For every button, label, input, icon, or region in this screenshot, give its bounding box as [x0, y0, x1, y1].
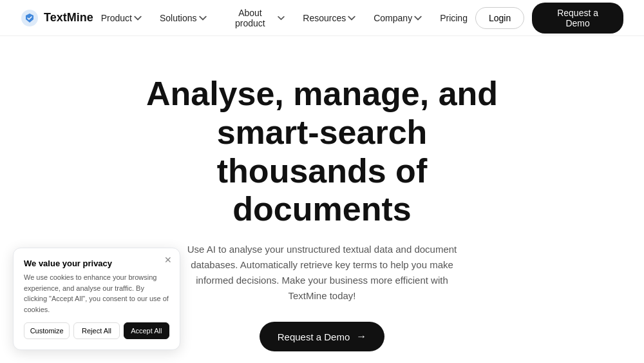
nav-solutions[interactable]: Solutions	[152, 9, 214, 27]
nav-about-product[interactable]: About product	[217, 4, 293, 32]
accept-all-button[interactable]: Accept All	[124, 322, 169, 339]
cookie-close-button[interactable]: ✕	[164, 255, 172, 265]
chevron-down-icon	[278, 14, 285, 22]
logo-text: TextMine	[44, 11, 93, 25]
request-demo-button-nav[interactable]: Request a Demo	[532, 3, 623, 34]
chevron-down-icon	[134, 14, 142, 22]
cookie-title: We value your privacy	[24, 259, 169, 268]
nav-actions: Login Request a Demo	[475, 3, 623, 34]
hero-subtext: Use AI to analyse your unstructured text…	[187, 242, 457, 304]
logo[interactable]: TextMine	[21, 9, 93, 27]
arrow-icon: →	[356, 331, 366, 342]
cookie-banner: ✕ We value your privacy We use cookies t…	[13, 248, 180, 350]
request-demo-button-hero[interactable]: Request a Demo →	[260, 322, 385, 351]
chevron-down-icon	[199, 14, 207, 22]
reject-all-button[interactable]: Reject All	[73, 322, 119, 339]
nav-product[interactable]: Product	[93, 9, 149, 27]
cookie-actions: Customize Reject All Accept All	[24, 322, 169, 339]
login-button[interactable]: Login	[475, 7, 524, 29]
chevron-down-icon	[414, 14, 422, 22]
customize-button[interactable]: Customize	[24, 322, 70, 339]
hero-heading: Analyse, manage, and smart-search thousa…	[129, 75, 515, 229]
cookie-text: We use cookies to enhance your browsing …	[24, 272, 169, 315]
nav-pricing[interactable]: Pricing	[432, 9, 475, 27]
nav-resources[interactable]: Resources	[295, 9, 363, 27]
nav-company[interactable]: Company	[366, 9, 430, 27]
navbar: TextMine Product Solutions About product…	[0, 0, 644, 36]
logo-icon	[21, 9, 39, 27]
nav-links: Product Solutions About product Resource…	[93, 4, 475, 32]
chevron-down-icon	[348, 14, 355, 22]
